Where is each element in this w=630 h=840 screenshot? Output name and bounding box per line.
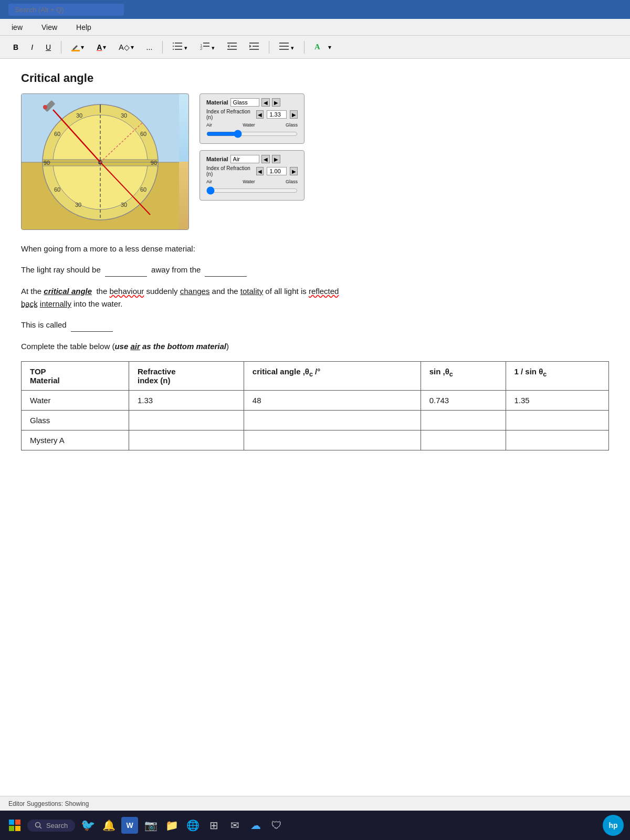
- svg-rect-4: [173, 43, 174, 44]
- taskbar-search-bar[interactable]: Search: [27, 820, 75, 832]
- top-material-label: Material ◀ ▶: [206, 98, 298, 107]
- cell-water-1oversin: 1.35: [506, 391, 609, 411]
- menu-help[interactable]: Help: [73, 21, 94, 34]
- svg-rect-13: [227, 49, 237, 50]
- indent-button[interactable]: [245, 40, 264, 54]
- start-button[interactable]: [6, 817, 23, 834]
- paragraph-5: Complete the table below (use air as the…: [21, 340, 609, 353]
- paragraph-4: This is called: [21, 319, 609, 332]
- svg-rect-16: [249, 49, 259, 50]
- bottom-index-input[interactable]: [267, 167, 287, 175]
- paragraph-2-mid: away from the: [151, 265, 203, 274]
- top-material-input[interactable]: [230, 98, 259, 107]
- col-header-material: TOP Material: [22, 362, 129, 391]
- para-button[interactable]: A◇ ▾: [114, 40, 138, 54]
- taskbar-camera-icon[interactable]: 📷: [142, 817, 159, 834]
- taskbar-search-label: Search: [46, 822, 68, 830]
- cell-mystery-1oversin: [506, 430, 609, 450]
- protractor-area[interactable]: 30 30 60 60 90 90 60 60 30 30: [21, 93, 189, 230]
- svg-rect-6: [173, 49, 174, 50]
- cell-glass-sin: [421, 411, 506, 430]
- italic-instruction: use air as the bottom material: [114, 342, 226, 351]
- taskbar-mail-icon[interactable]: ✉: [226, 817, 243, 834]
- blank-3: [71, 319, 113, 332]
- svg-text:30: 30: [75, 202, 81, 208]
- svg-text:30: 30: [76, 112, 82, 119]
- top-material-control: Material ◀ ▶ Index of Refraction (n) ◀ ▶…: [200, 93, 304, 144]
- top-bar: [0, 0, 630, 19]
- cell-glass-material: Glass: [22, 411, 129, 430]
- taskbar-grid-icon[interactable]: ⊞: [205, 817, 222, 834]
- svg-rect-46: [9, 820, 14, 825]
- bottom-material-input[interactable]: [230, 155, 259, 163]
- menu-iew[interactable]: iew: [8, 21, 26, 34]
- reflected-text: reflected: [309, 287, 339, 296]
- cell-mystery-index: [129, 430, 244, 450]
- numbered-list-button[interactable]: 12 ▾: [195, 40, 219, 54]
- cell-water-material: Water: [22, 391, 129, 411]
- top-index-slider[interactable]: [206, 130, 298, 138]
- cell-water-angle: 48: [244, 391, 421, 411]
- bottom-index-next[interactable]: ▶: [290, 167, 298, 175]
- controls-panel: Material ◀ ▶ Index of Refraction (n) ◀ ▶…: [200, 93, 304, 230]
- bottom-index-prev[interactable]: ◀: [256, 167, 264, 175]
- top-material-next[interactable]: ▶: [272, 98, 280, 107]
- svg-text:60: 60: [54, 131, 60, 137]
- taskbar-bird-icon[interactable]: 🐦: [79, 817, 96, 834]
- top-material-prev[interactable]: ◀: [261, 98, 270, 107]
- totality-text: totality: [240, 287, 263, 296]
- bottom-index-label: Index of Refraction (n): [206, 165, 253, 177]
- menu-view[interactable]: View: [38, 21, 60, 34]
- svg-point-50: [36, 823, 40, 827]
- top-index-next[interactable]: ▶: [290, 110, 298, 119]
- taskbar-globe-icon[interactable]: 🌐: [184, 817, 201, 834]
- taskbar-extra-icon[interactable]: 🛡: [268, 817, 285, 834]
- svg-rect-11: [227, 43, 237, 44]
- svg-rect-0: [71, 50, 80, 51]
- cell-glass-angle: [244, 411, 421, 430]
- more-button[interactable]: ...: [142, 40, 158, 54]
- back-text: back: [21, 299, 38, 308]
- bottom-material-prev[interactable]: ◀: [261, 155, 270, 163]
- changes-text: changes: [180, 287, 210, 296]
- bottom-slider-labels: Air Water Glass: [206, 179, 298, 184]
- cell-water-index: 1.33: [129, 391, 244, 411]
- outdent-button[interactable]: [223, 40, 242, 54]
- status-text: Editor Suggestions: Showing: [8, 800, 89, 807]
- italic-button[interactable]: I: [26, 40, 38, 54]
- font-color-A-button[interactable]: A ▾: [92, 40, 111, 54]
- svg-point-42: [43, 105, 47, 109]
- svg-rect-10: [203, 46, 209, 47]
- svg-text:30: 30: [121, 112, 127, 119]
- svg-rect-5: [173, 46, 174, 47]
- bold-button[interactable]: B: [8, 40, 23, 54]
- table-row-water: Water 1.33 48 0.743 1.35: [22, 391, 609, 411]
- bottom-index-slider[interactable]: [206, 186, 298, 195]
- bottom-material-next[interactable]: ▶: [272, 155, 280, 163]
- top-search-input[interactable]: [8, 4, 124, 16]
- top-index-prev[interactable]: ◀: [256, 110, 264, 119]
- taskbar-folder-icon[interactable]: 📁: [163, 817, 180, 834]
- cell-mystery-sin: [421, 430, 506, 450]
- underline-button[interactable]: U: [41, 40, 56, 54]
- cell-mystery-angle: [244, 430, 421, 450]
- svg-text:2: 2: [200, 46, 203, 50]
- top-index-input[interactable]: [267, 110, 287, 119]
- align-button[interactable]: ▾: [275, 40, 299, 54]
- taskbar-cloud-icon[interactable]: ☁: [247, 817, 264, 834]
- svg-rect-18: [279, 46, 289, 47]
- svg-rect-15: [253, 46, 259, 47]
- svg-text:90: 90: [44, 160, 50, 166]
- document-title: Critical angle: [21, 71, 609, 85]
- pen-color-button[interactable]: ▾: [67, 40, 89, 54]
- taskbar-word-icon[interactable]: W: [121, 817, 138, 834]
- list-indent-button[interactable]: ▾: [168, 40, 192, 54]
- svg-rect-47: [15, 820, 20, 825]
- hp-logo: hp: [603, 815, 624, 836]
- behaviour-text: behaviour: [109, 287, 144, 296]
- taskbar-bell-icon[interactable]: 🔔: [100, 817, 117, 834]
- svg-text:30: 30: [121, 202, 127, 208]
- spell-check-button[interactable]: A: [310, 40, 325, 54]
- data-table: TOP Material Refractiveindex (n) critica…: [21, 361, 609, 450]
- blank-1: [105, 264, 147, 277]
